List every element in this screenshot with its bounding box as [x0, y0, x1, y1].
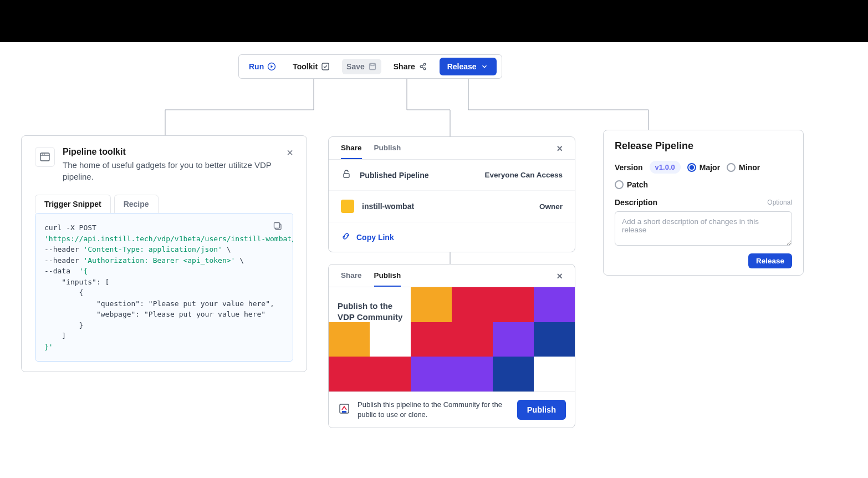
lock-icon: [341, 169, 352, 181]
run-label: Run: [249, 62, 264, 71]
grid-cell: [452, 322, 493, 357]
toolbar: Run Toolkit Save Share Release: [238, 54, 502, 79]
grid-cell: [411, 322, 452, 357]
close-icon[interactable]: ×: [287, 147, 293, 158]
share-row-label: instill-wombat: [362, 202, 414, 211]
grid-cell: [452, 357, 493, 391]
release-submit-button[interactable]: Release: [748, 253, 792, 268]
code-snippet: curl -X POST 'https://api.instill.tech/v…: [35, 213, 293, 362]
publish-footer-text: Publish this pipeline to the Community f…: [358, 400, 510, 419]
publish-hero: Publish to the VDP Community: [329, 287, 575, 391]
share-tab-publish[interactable]: Publish: [374, 144, 401, 159]
toolkit-panel-title: Pipeline toolkit: [63, 147, 279, 157]
radio-major[interactable]: Major: [687, 163, 720, 172]
toolkit-button[interactable]: Toolkit: [288, 59, 334, 74]
share-row-published: Published Pipeline Everyone Can Access: [329, 160, 575, 191]
grid-cell: [411, 357, 452, 391]
share-panel: Share Publish × Published Pipeline Every…: [328, 136, 575, 252]
svg-rect-7: [40, 153, 49, 161]
link-icon: [341, 231, 351, 243]
close-icon[interactable]: ×: [556, 271, 563, 287]
version-badge: v1.0.0: [650, 161, 681, 174]
run-button[interactable]: Run: [244, 59, 280, 74]
hero-line1: Publish to the: [338, 301, 402, 312]
share-icon: [418, 62, 427, 71]
copy-link-label: Copy Link: [356, 233, 394, 242]
save-icon: [368, 62, 377, 71]
tab-recipe[interactable]: Recipe: [114, 195, 159, 213]
avatar: [341, 200, 354, 213]
share-row-value: Owner: [539, 202, 563, 211]
grid-cell: [452, 287, 493, 322]
grid-cell: [493, 357, 534, 391]
copy-icon[interactable]: [273, 221, 285, 233]
release-panel: Release Pipeline Version v1.0.0 Major Mi…: [603, 130, 804, 276]
svg-rect-2: [369, 64, 375, 70]
save-button[interactable]: Save: [342, 59, 381, 74]
toolkit-panel-description: The home of useful gadgets for you to be…: [63, 159, 279, 182]
publish-tab-publish[interactable]: Publish: [374, 271, 401, 287]
toolkit-icon: [321, 62, 330, 71]
share-row-value: Everyone Can Access: [484, 171, 563, 179]
radio-patch[interactable]: Patch: [615, 180, 648, 189]
optional-label: Optional: [767, 199, 792, 206]
grid-cell: [370, 322, 411, 357]
svg-rect-14: [342, 411, 346, 413]
grid-cell: [534, 322, 575, 357]
play-icon: [267, 62, 276, 71]
svg-point-4: [420, 65, 422, 68]
grid-cell: [493, 322, 534, 357]
publish-icon: [338, 402, 351, 418]
top-black-bar: [0, 0, 868, 42]
hero-line2: VDP Community: [338, 312, 402, 323]
toolkit-label: Toolkit: [293, 62, 318, 71]
version-label: Version: [615, 163, 643, 172]
share-label: Share: [394, 62, 415, 71]
radio-minor[interactable]: Minor: [727, 163, 760, 172]
release-button[interactable]: Release: [440, 58, 497, 75]
release-panel-title: Release Pipeline: [615, 140, 792, 152]
description-input[interactable]: [615, 211, 792, 246]
toolkit-panel-icon: [35, 147, 55, 167]
publish-button[interactable]: Publish: [517, 400, 566, 420]
svg-point-5: [423, 63, 426, 65]
grid-cell: [534, 287, 575, 322]
description-label: Description: [615, 198, 657, 207]
close-icon[interactable]: ×: [556, 144, 563, 159]
grid-cell: [493, 287, 534, 322]
svg-point-9: [44, 154, 45, 155]
share-button[interactable]: Share: [389, 59, 432, 74]
tab-trigger-snippet[interactable]: Trigger Snippet: [35, 195, 111, 213]
svg-rect-1: [322, 63, 329, 70]
toolkit-panel: Pipeline toolkit The home of useful gadg…: [21, 135, 307, 372]
share-row-owner: instill-wombat Owner: [329, 191, 575, 222]
svg-rect-11: [274, 223, 280, 228]
share-row-label: Published Pipeline: [360, 171, 428, 180]
copy-link-button[interactable]: Copy Link: [329, 222, 575, 252]
publish-panel: Share Publish × Publish to the VDP Commu…: [328, 264, 575, 428]
save-label: Save: [346, 62, 365, 71]
grid-cell: [534, 357, 575, 391]
svg-point-8: [42, 154, 43, 155]
svg-rect-3: [371, 64, 374, 66]
grid-cell: [329, 357, 370, 391]
canvas: Run Toolkit Save Share Release: [0, 42, 868, 478]
chevron-down-icon: [480, 62, 489, 71]
share-tab-share[interactable]: Share: [341, 144, 362, 159]
publish-tab-share[interactable]: Share: [341, 271, 362, 287]
grid-cell: [329, 322, 370, 357]
release-label: Release: [447, 62, 477, 71]
svg-rect-12: [344, 174, 349, 177]
grid-cell: [411, 287, 452, 322]
svg-point-6: [423, 68, 426, 70]
grid-cell: [370, 357, 411, 391]
